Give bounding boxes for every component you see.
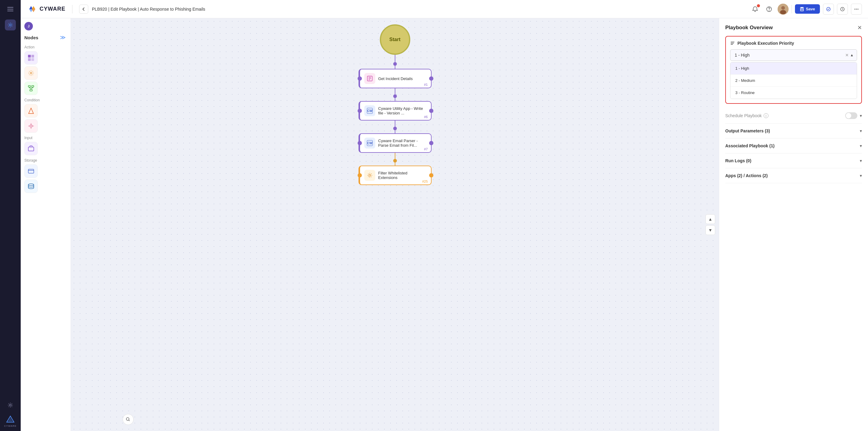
schedule-toggle[interactable] xyxy=(845,112,857,119)
history-button[interactable] xyxy=(837,4,848,14)
flow-node-25[interactable]: Filter Whitelisted Extensions #25 xyxy=(359,165,432,185)
top-nav-left: CYWARE PLB920 | Edit Playbook | Auto Res… xyxy=(27,5,746,14)
node1-num: #1 xyxy=(424,83,428,87)
connector-2 xyxy=(393,88,397,101)
canvas[interactable]: Start Get Incident Details #1 xyxy=(71,18,719,431)
save-button[interactable]: Save xyxy=(795,4,820,14)
accordion-run-logs-header[interactable]: Run Logs (0) ▾ xyxy=(725,153,862,168)
line4 xyxy=(395,153,395,159)
schedule-chevron[interactable]: ▾ xyxy=(860,113,862,118)
top-nav-right: Save xyxy=(750,4,862,14)
nodes-title: Nodes xyxy=(24,35,38,40)
line1 xyxy=(395,55,395,62)
node-item-gear[interactable] xyxy=(24,66,38,80)
svg-point-22 xyxy=(855,8,856,9)
connector-4 xyxy=(393,153,397,165)
line4b xyxy=(395,162,395,165)
svg-point-42 xyxy=(369,175,371,176)
condition-category: Condition xyxy=(24,98,67,102)
option-1-high[interactable]: 1 - High xyxy=(731,62,857,74)
node6-icon: CW xyxy=(364,105,375,116)
schedule-label-text: Schedule Playbook xyxy=(725,113,762,118)
accordion-run-logs: Run Logs (0) ▾ xyxy=(725,153,862,168)
svg-point-43 xyxy=(126,418,129,420)
flow-node-6[interactable]: CW Cyware Utility App - Write file - Ver… xyxy=(359,101,432,121)
canvas-scroll-up[interactable]: ▲ xyxy=(706,214,715,224)
storage-category: Storage xyxy=(24,158,67,162)
canvas-scroll-down[interactable]: ▼ xyxy=(706,225,715,235)
svg-point-15 xyxy=(780,10,786,14)
svg-rect-30 xyxy=(28,86,30,87)
nodes-panel-header: J xyxy=(24,22,67,30)
dot4 xyxy=(393,159,397,162)
svg-point-24 xyxy=(858,8,859,9)
accordion-run-logs-chevron: ▾ xyxy=(860,158,862,163)
priority-select-display[interactable]: 1 - High ✕ ▲ xyxy=(730,49,857,61)
user-avatar-small: J xyxy=(24,22,33,30)
accordion-apps-title: Apps (2) / Actions (2) xyxy=(725,173,768,178)
priority-chevron-icon: ▲ xyxy=(850,53,854,57)
sidebar-menu-icon[interactable] xyxy=(5,4,16,14)
schedule-info-icon[interactable]: i xyxy=(764,113,769,118)
notification-badge xyxy=(757,4,760,7)
accordion-output-header[interactable]: Output Parameters (3) ▾ xyxy=(725,124,862,138)
option-3-routine[interactable]: 3 - Routine xyxy=(731,87,857,99)
priority-selected-value: 1 - High xyxy=(735,53,750,58)
node-item-storage2[interactable] xyxy=(24,180,38,193)
breadcrumb: PLB920 | Edit Playbook | Auto Response t… xyxy=(92,7,205,11)
cyware-bottom-logo: CYWARE xyxy=(4,415,17,427)
node7-text: Cyware Email Parser - Parse Email from F… xyxy=(378,138,427,148)
sidebar-settings-icon[interactable] xyxy=(5,400,16,410)
dot3 xyxy=(393,127,397,130)
line3 xyxy=(395,121,395,127)
node-item-input[interactable] xyxy=(24,142,38,155)
node6-left-dot xyxy=(358,109,362,113)
dropdown-options: 1 - High 2 - Medium 3 - Routine xyxy=(730,62,857,99)
canvas-search-btn[interactable] xyxy=(123,414,134,425)
expand-nodes-btn[interactable]: ≫ xyxy=(59,33,67,42)
svg-point-14 xyxy=(781,6,785,10)
close-panel-button[interactable]: ✕ xyxy=(857,24,862,31)
svg-marker-9 xyxy=(32,6,35,9)
svg-rect-19 xyxy=(801,10,803,10)
svg-rect-31 xyxy=(32,86,34,87)
content-area: J Nodes ≫ Action Condition xyxy=(21,18,868,431)
svg-rect-2 xyxy=(7,11,13,11)
priority-select-icons: ✕ ▲ xyxy=(845,53,854,58)
accordion-apps-header[interactable]: Apps (2) / Actions (2) ▾ xyxy=(725,168,862,183)
approve-button[interactable] xyxy=(823,4,834,14)
svg-rect-35 xyxy=(28,169,34,173)
canvas-controls: ▲ ▼ xyxy=(706,214,715,235)
user-avatar[interactable] xyxy=(778,4,788,14)
node-item-storage1[interactable] xyxy=(24,164,38,178)
accordion-associated-chevron: ▾ xyxy=(860,143,862,148)
help-button[interactable] xyxy=(764,4,775,14)
flow-node-1[interactable]: Get Incident Details #1 xyxy=(359,69,432,88)
back-button[interactable] xyxy=(79,5,88,14)
svg-point-29 xyxy=(30,72,32,74)
svg-marker-10 xyxy=(32,9,35,12)
info-symbol: i xyxy=(766,114,766,118)
svg-point-4 xyxy=(9,404,11,406)
line2 xyxy=(395,88,395,94)
node25-left-dot xyxy=(358,173,362,178)
start-node[interactable]: Start xyxy=(380,24,410,55)
notifications-button[interactable] xyxy=(750,4,761,14)
priority-clear-btn[interactable]: ✕ xyxy=(845,53,849,58)
sidebar-playbook-icon[interactable] xyxy=(5,20,16,30)
node7-right-dot xyxy=(429,141,433,145)
svg-point-36 xyxy=(28,184,34,186)
main-area: CYWARE PLB920 | Edit Playbook | Auto Res… xyxy=(21,0,868,431)
start-label: Start xyxy=(389,37,400,42)
node-item-condition1[interactable] xyxy=(24,104,38,118)
more-options-button[interactable] xyxy=(851,4,862,14)
node-item-grid[interactable] xyxy=(24,51,38,64)
node-item-condition2[interactable] xyxy=(24,119,38,133)
accordion-associated-header[interactable]: Associated Playbook (1) ▾ xyxy=(725,138,862,153)
node7-left-dot xyxy=(358,141,362,145)
option-2-medium[interactable]: 2 - Medium xyxy=(731,74,857,87)
schedule-row: Schedule Playbook i ▾ xyxy=(725,108,862,124)
accordion-apps-chevron: ▾ xyxy=(860,173,862,178)
node-item-branch[interactable] xyxy=(24,82,38,95)
flow-node-7[interactable]: CW Cyware Email Parser - Parse Email fro… xyxy=(359,133,432,153)
